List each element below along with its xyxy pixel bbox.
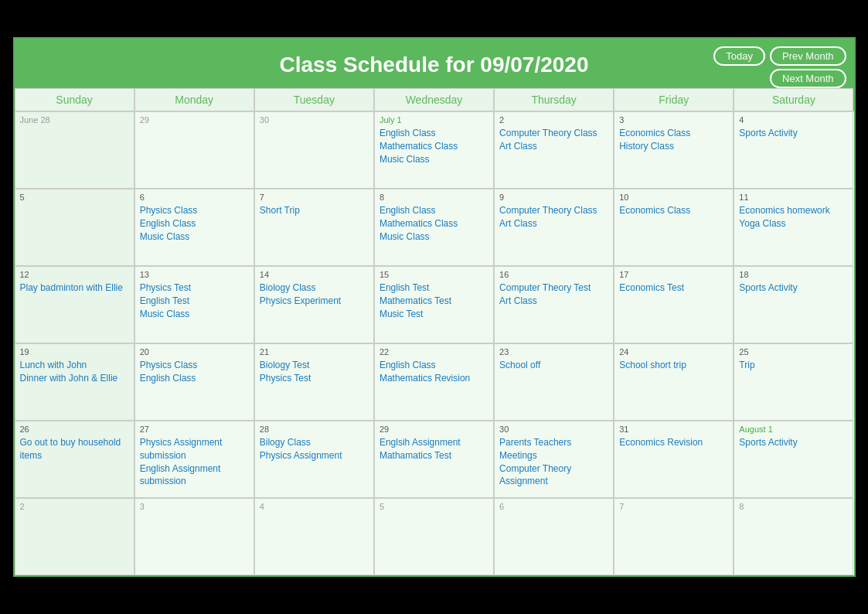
calendar-cell[interactable]: 8English ClassMathematics ClassMusic Cla…: [374, 189, 494, 266]
calendar-cell[interactable]: 2: [15, 498, 134, 575]
day-header: Tuesday: [254, 88, 374, 111]
prev-month-button[interactable]: Prev Month: [770, 46, 846, 66]
calendar-cell[interactable]: 11Economics homeworkYoga Class: [734, 189, 853, 266]
event-item: School off: [499, 359, 608, 372]
cell-date: 6: [499, 502, 608, 511]
event-item: Bilogy Class: [260, 436, 369, 449]
cell-date: June 28: [20, 115, 129, 125]
day-header: Thursday: [494, 88, 614, 111]
event-item: Go out to buy household items: [20, 436, 129, 462]
calendar-cell[interactable]: 24School short trip: [614, 343, 734, 421]
cell-date: 9: [499, 193, 608, 202]
calendar-cell[interactable]: 18Sports Activity: [734, 266, 853, 343]
calendar-cell[interactable]: 14Biology ClassPhysics Experiment: [254, 266, 374, 343]
event-item: English Test: [140, 295, 249, 308]
calendar-cell[interactable]: 22English ClassMathematics Revision: [374, 343, 494, 421]
cell-date: 24: [619, 347, 728, 356]
cell-events: Biology ClassPhysics Experiment: [260, 281, 369, 308]
calendar-cell[interactable]: 15English TestMathematics TestMusic Test: [374, 266, 494, 343]
cell-date: 18: [739, 270, 848, 279]
calendar-cell[interactable]: 30: [254, 111, 374, 189]
calendar-cell[interactable]: 13Physics TestEnglish TestMusic Class: [134, 266, 254, 343]
calendar-cell[interactable]: 5: [374, 498, 494, 575]
cell-events: School off: [499, 359, 608, 372]
event-item: Parents Teachers Meetings: [499, 436, 608, 462]
event-item: Sports Activity: [739, 127, 848, 140]
event-item: History Class: [619, 140, 728, 153]
calendar-cell[interactable]: 20Physics ClassEnglish Class: [134, 343, 254, 421]
event-item: Computer Theory Class: [499, 127, 608, 140]
calendar-cell[interactable]: 17Economics Test: [614, 266, 734, 343]
calendar-cell[interactable]: 3: [134, 498, 254, 575]
event-item: Music Class: [380, 230, 488, 244]
event-item: School short trip: [619, 359, 728, 372]
cell-events: Economics Test: [619, 281, 728, 295]
calendar-cell[interactable]: 27Physics Assignment submissionEnglish A…: [134, 421, 254, 498]
calendar-cell[interactable]: 25Trip: [734, 343, 853, 421]
cell-date: 31: [619, 425, 728, 434]
calendar-cell[interactable]: 8: [734, 498, 853, 575]
cell-date: 12: [20, 270, 129, 279]
calendar-cell[interactable]: June 28: [15, 111, 134, 189]
event-item: Mathematics Class: [380, 217, 488, 230]
event-item: English Class: [380, 127, 488, 140]
calendar-cell[interactable]: 28Bilogy ClassPhysics Assignment: [254, 421, 374, 498]
calendar-cell[interactable]: 9Computer Theory ClassArt Class: [494, 189, 614, 266]
calendar-cell[interactable]: 10Economics Class: [614, 189, 734, 266]
cell-events: English ClassMathematics ClassMusic Clas…: [380, 204, 488, 243]
calendar-cell[interactable]: 4Sports Activity: [734, 111, 853, 189]
cell-date: 7: [619, 502, 728, 511]
cell-events: Short Trip: [260, 204, 369, 217]
cell-date: 13: [140, 270, 249, 279]
top-btn-row: Today Prev Month: [713, 46, 846, 66]
cell-events: Physics TestEnglish TestMusic Class: [140, 281, 249, 320]
calendar-cell[interactable]: August 1Sports Activity: [734, 421, 853, 498]
cell-date: 19: [20, 347, 129, 356]
event-item: English Class: [380, 204, 488, 217]
calendar-cell[interactable]: 30Parents Teachers MeetingsComputer Theo…: [494, 421, 614, 498]
event-item: Art Class: [499, 140, 608, 153]
day-header: Sunday: [15, 88, 134, 111]
event-item: Physics Assignment: [260, 449, 369, 462]
day-header: Monday: [134, 88, 254, 111]
calendar-cell[interactable]: 29: [134, 111, 254, 189]
calendar-cell[interactable]: July 1English ClassMathematics ClassMusi…: [374, 111, 494, 189]
calendar-cell[interactable]: 6Physics ClassEnglish ClassMusic Class: [134, 189, 254, 266]
cell-events: Computer Theory TestArt Class: [499, 281, 608, 308]
event-item: Mathematics Revision: [380, 372, 488, 385]
event-item: Mathematics Test: [380, 295, 488, 308]
cell-date: 2: [499, 115, 608, 125]
day-header: Wednesday: [374, 88, 494, 111]
calendar-cell[interactable]: 12Play badminton with Ellie: [15, 266, 134, 343]
calendar-cell[interactable]: 7Short Trip: [254, 189, 374, 266]
cell-events: Trip: [739, 359, 848, 372]
calendar-cell[interactable]: 6: [494, 498, 614, 575]
calendar-cell[interactable]: 16Computer Theory TestArt Class: [494, 266, 614, 343]
calendar-cell[interactable]: 2Computer Theory ClassArt Class: [494, 111, 614, 189]
next-month-button[interactable]: Next Month: [770, 69, 846, 88]
bottom-btn-row: Next Month: [770, 69, 846, 88]
calendar-cell[interactable]: 26Go out to buy household items: [15, 421, 134, 498]
event-item: Mathematics Class: [380, 140, 488, 153]
calendar-cell[interactable]: 4: [254, 498, 374, 575]
calendar-cell[interactable]: 3Economics ClassHistory Class: [614, 111, 734, 189]
cell-events: Economics Class: [619, 204, 728, 217]
calendar-cell[interactable]: 7: [614, 498, 734, 575]
calendar-cell[interactable]: 31Economics Revision: [614, 421, 734, 498]
cell-date: 21: [260, 347, 369, 356]
today-button[interactable]: Today: [713, 46, 765, 66]
calendar-cell[interactable]: 5: [15, 189, 134, 266]
cell-events: Bilogy ClassPhysics Assignment: [260, 436, 369, 462]
calendar-cell[interactable]: 19Lunch with JohnDinner with John & Elli…: [15, 343, 134, 421]
calendar-cell[interactable]: 23School off: [494, 343, 614, 421]
cell-events: Sports Activity: [739, 281, 848, 295]
cell-date: 22: [380, 347, 488, 356]
event-item: Music Class: [140, 308, 249, 321]
event-item: English Class: [140, 217, 249, 230]
event-item: Englsih Assignment: [380, 436, 488, 449]
cell-events: Physics Assignment submissionEnglish Ass…: [140, 436, 249, 488]
event-item: Sports Activity: [739, 436, 848, 449]
calendar-cell[interactable]: 21Biology TestPhysics Test: [254, 343, 374, 421]
cell-events: Biology TestPhysics Test: [260, 359, 369, 385]
calendar-cell[interactable]: 29Englsih AssignmentMathamatics Test: [374, 421, 494, 498]
